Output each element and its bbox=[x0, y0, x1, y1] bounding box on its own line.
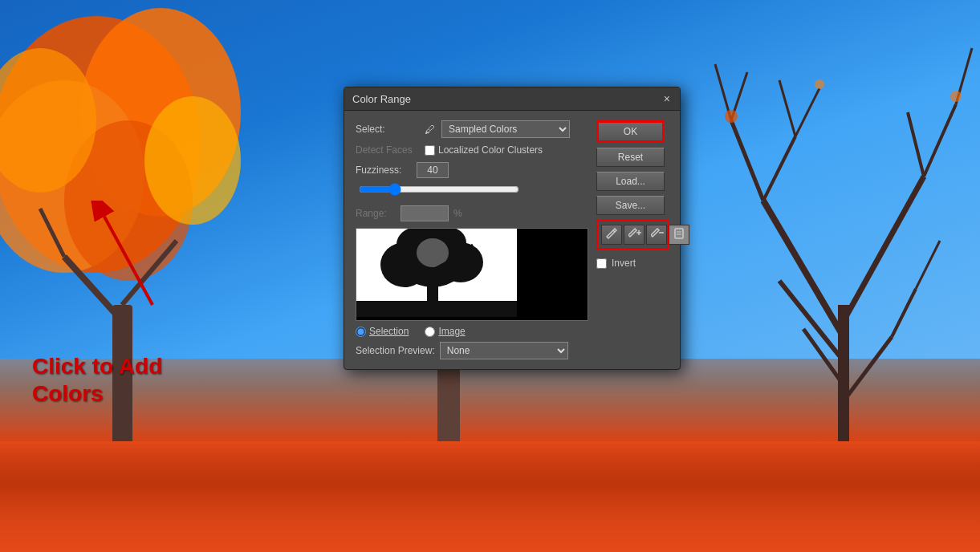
dialog-titlebar: Color Range × bbox=[344, 87, 680, 111]
svg-line-20 bbox=[779, 80, 795, 136]
localize-button[interactable] bbox=[669, 225, 689, 245]
image-radio[interactable] bbox=[425, 327, 435, 337]
svg-line-25 bbox=[916, 241, 940, 289]
preview-image bbox=[356, 229, 517, 317]
localize-icon bbox=[674, 228, 684, 239]
localized-color-clusters-checkbox[interactable] bbox=[425, 145, 435, 156]
eyedropper-button[interactable] bbox=[601, 225, 622, 245]
svg-line-49 bbox=[613, 230, 615, 232]
eyedropper-tools-row bbox=[596, 220, 669, 250]
select-dropdown[interactable]: Sampled Colors Reds Yellows Greens Cyans… bbox=[441, 120, 570, 138]
svg-line-14 bbox=[731, 120, 763, 201]
svg-point-29 bbox=[815, 79, 824, 89]
fuzziness-slider-container bbox=[356, 183, 588, 199]
preview-container bbox=[356, 228, 588, 321]
select-label: Select: bbox=[356, 124, 420, 135]
subtract-eyedropper-icon bbox=[651, 228, 664, 239]
selection-preview-row: Selection Preview: None Grayscale Black … bbox=[356, 342, 588, 359]
image-radio-label: Image bbox=[425, 326, 465, 337]
add-eyedropper-button[interactable] bbox=[624, 225, 645, 245]
invert-label: Invert bbox=[612, 258, 636, 269]
eyedropper-icon bbox=[606, 228, 617, 239]
selection-preview-dropdown[interactable]: None Grayscale Black Matte White Matte Q… bbox=[440, 342, 568, 359]
svg-line-11 bbox=[763, 201, 844, 337]
dialog-body: Select: 🖊 Sampled Colors Reds Yellows Gr… bbox=[344, 111, 680, 369]
detect-faces-label: Detect Faces bbox=[356, 144, 420, 156]
fallen-leaves bbox=[0, 440, 980, 552]
dialog-close-button[interactable]: × bbox=[662, 92, 672, 105]
color-range-dialog: Color Range × Select: 🖊 Sampled Colors R… bbox=[344, 87, 681, 370]
svg-rect-53 bbox=[675, 229, 683, 238]
load-button[interactable]: Load... bbox=[596, 172, 665, 191]
reset-button[interactable]: Reset bbox=[596, 148, 665, 167]
fuzziness-slider[interactable] bbox=[359, 183, 519, 196]
svg-line-17 bbox=[908, 112, 924, 177]
invert-row: Invert bbox=[596, 258, 669, 269]
svg-line-15 bbox=[763, 136, 795, 201]
save-button[interactable]: Save... bbox=[596, 196, 665, 215]
dialog-left-panel: Select: 🖊 Sampled Colors Reds Yellows Gr… bbox=[356, 120, 588, 359]
fuzziness-row: Fuzziness: bbox=[356, 162, 588, 178]
annotation-text: Click to Add Colors bbox=[32, 353, 162, 407]
annotation-arrow bbox=[80, 201, 177, 313]
range-row: Range: % bbox=[356, 205, 588, 221]
svg-line-35 bbox=[104, 217, 152, 305]
svg-line-21 bbox=[795, 88, 819, 136]
detect-faces-row: Detect Faces Localized Color Clusters bbox=[356, 144, 588, 156]
selection-radio-label: Selection bbox=[356, 326, 409, 337]
add-eyedropper-icon bbox=[628, 228, 641, 239]
svg-line-23 bbox=[844, 337, 892, 401]
selection-radio[interactable] bbox=[356, 327, 366, 337]
svg-point-28 bbox=[950, 91, 962, 102]
range-input-box bbox=[401, 205, 449, 221]
fuzziness-label: Fuzziness: bbox=[356, 164, 412, 176]
dialog-right-panel: OK Reset Load... Save... bbox=[596, 120, 669, 359]
svg-line-16 bbox=[924, 104, 956, 177]
fuzziness-input[interactable] bbox=[417, 162, 449, 178]
select-row: Select: 🖊 Sampled Colors Reds Yellows Gr… bbox=[356, 120, 588, 138]
eyedropper-icon: 🖊 bbox=[425, 124, 435, 136]
localized-color-clusters-label: Localized Color Clusters bbox=[425, 144, 543, 156]
range-percent: % bbox=[453, 208, 462, 219]
svg-point-27 bbox=[725, 110, 738, 123]
radio-row: Selection Image bbox=[356, 326, 588, 337]
dialog-title: Color Range bbox=[352, 93, 411, 105]
invert-checkbox[interactable] bbox=[596, 258, 607, 269]
selection-preview-label: Selection Preview: bbox=[356, 345, 435, 356]
svg-line-24 bbox=[892, 289, 916, 337]
ok-button[interactable]: OK bbox=[596, 120, 665, 143]
subtract-eyedropper-button[interactable] bbox=[646, 225, 667, 245]
range-label: Range: bbox=[356, 208, 396, 219]
